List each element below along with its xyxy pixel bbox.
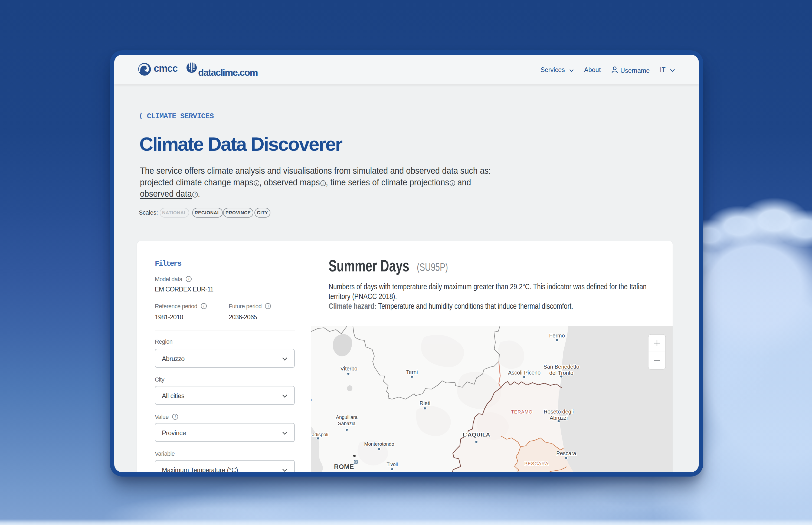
svg-text:Terni: Terni [406,369,418,375]
svg-text:Sabazia: Sabazia [338,421,356,426]
svg-text:Monterotondo: Monterotondo [364,441,394,447]
svg-text:Anguillara: Anguillara [336,415,358,420]
svg-text:L’AQUILA: L’AQUILA [463,431,490,438]
svg-text:Abruzzi: Abruzzi [550,415,568,421]
svg-text:Tivoli: Tivoli [387,462,397,467]
svg-text:del Tronto: del Tronto [550,370,573,376]
svg-text:Ascoli Piceno: Ascoli Piceno [508,370,541,376]
svg-text:Viterbo: Viterbo [340,365,357,372]
svg-text:Rieti: Rieti [420,400,430,406]
svg-text:Roseto degli: Roseto degli [543,409,573,415]
svg-text:Fermo: Fermo [549,333,565,339]
svg-text:ROME: ROME [334,463,354,470]
svg-text:PESCARA: PESCARA [524,461,548,466]
svg-text:adispoli: adispoli [312,432,328,437]
svg-text:San Benedetto: San Benedetto [543,364,579,370]
svg-text:Pescara: Pescara [556,450,576,456]
svg-text:TERAMO: TERAMO [511,409,533,415]
